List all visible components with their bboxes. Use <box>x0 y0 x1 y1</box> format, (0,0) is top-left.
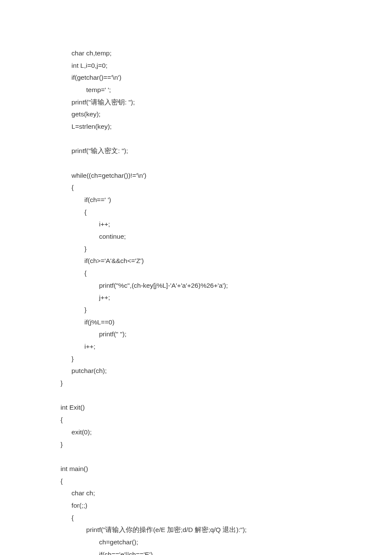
document-page: char ch,temp; int L,i=0,j=0; if(getchar(… <box>0 0 392 555</box>
code-block: char ch,temp; int L,i=0,j=0; if(getchar(… <box>61 47 392 555</box>
